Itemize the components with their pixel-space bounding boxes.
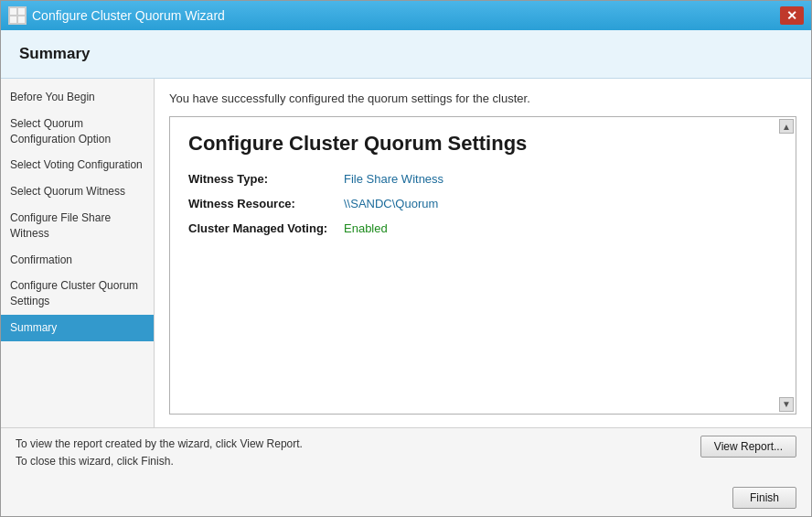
- sidebar-item-select-quorum-witness[interactable]: Select Quorum Witness: [1, 178, 154, 205]
- svg-rect-1: [18, 8, 25, 15]
- report-value-cluster-managed-voting: Enabled: [344, 221, 388, 235]
- sidebar-item-select-voting[interactable]: Select Voting Configuration: [1, 152, 154, 178]
- sidebar-item-summary[interactable]: Summary: [1, 315, 154, 341]
- close-button[interactable]: ✕: [780, 6, 804, 25]
- sidebar-item-before-you-begin[interactable]: Before You Begin: [1, 84, 154, 111]
- footer-hint-line2: To close this wizard, click Finish.: [16, 453, 303, 470]
- footer-hint-line1: To view the report created by the wizard…: [16, 436, 303, 453]
- footer-hints: To view the report created by the wizard…: [16, 436, 303, 470]
- footer-buttons: Finish: [16, 487, 796, 509]
- footer-row: To view the report created by the wizard…: [16, 436, 796, 479]
- report-value-witness-resource: \\SANDC\Quorum: [344, 197, 438, 210]
- header-title: Summary: [19, 45, 793, 63]
- report-label-cluster-managed-voting: Cluster Managed Voting:: [188, 221, 344, 235]
- report-row-cluster-managed-voting: Cluster Managed Voting: Enabled: [188, 221, 777, 235]
- svg-rect-3: [18, 16, 25, 23]
- report-row-witness-resource: Witness Resource: \\SANDC\Quorum: [188, 197, 777, 210]
- app-icon: [8, 6, 27, 25]
- main-content: Before You Begin Select Quorum Configura…: [1, 79, 811, 427]
- title-bar: Configure Cluster Quorum Wizard ✕: [1, 1, 811, 30]
- sidebar-item-configure-file-share[interactable]: Configure File Share Witness: [1, 205, 154, 247]
- report-label-witness-resource: Witness Resource:: [188, 197, 344, 210]
- svg-rect-2: [10, 16, 16, 23]
- scroll-down-button[interactable]: ▼: [779, 397, 794, 412]
- title-bar-left: Configure Cluster Quorum Wizard: [8, 6, 225, 25]
- finish-button[interactable]: Finish: [732, 487, 796, 509]
- sidebar-item-confirmation[interactable]: Confirmation: [1, 247, 154, 274]
- content-area: You have successfully configured the quo…: [155, 79, 811, 427]
- success-message: You have successfully configured the quo…: [169, 92, 796, 105]
- scroll-up-button[interactable]: ▲: [779, 119, 794, 134]
- sidebar-item-select-quorum-config[interactable]: Select Quorum Configuration Option: [1, 111, 154, 153]
- title-bar-title: Configure Cluster Quorum Wizard: [32, 8, 225, 23]
- footer: To view the report created by the wizard…: [1, 427, 811, 516]
- report-row-witness-type: Witness Type: File Share Witness: [188, 172, 777, 186]
- view-report-button[interactable]: View Report...: [700, 436, 796, 458]
- header-banner: Summary: [1, 30, 811, 79]
- main-window: Configure Cluster Quorum Wizard ✕ Summar…: [0, 0, 812, 517]
- svg-rect-0: [10, 8, 16, 15]
- report-table: Witness Type: File Share Witness Witness…: [188, 172, 777, 235]
- sidebar-item-configure-cluster-quorum[interactable]: Configure Cluster Quorum Settings: [1, 273, 154, 315]
- sidebar: Before You Begin Select Quorum Configura…: [1, 79, 155, 427]
- report-title: Configure Cluster Quorum Settings: [188, 132, 777, 156]
- report-label-witness-type: Witness Type:: [188, 172, 344, 186]
- report-box: ▲ Configure Cluster Quorum Settings Witn…: [169, 116, 796, 415]
- report-value-witness-type: File Share Witness: [344, 172, 443, 186]
